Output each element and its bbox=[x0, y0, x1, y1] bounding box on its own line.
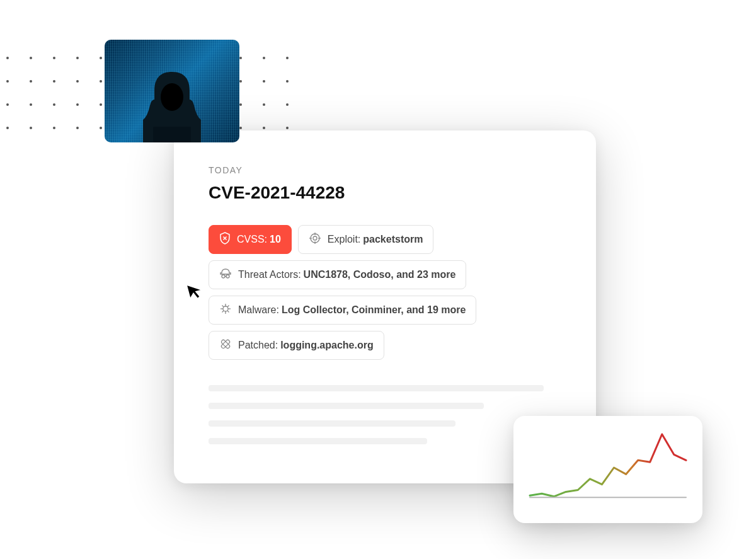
exploit-badge[interactable]: Exploit: packetstorm bbox=[298, 225, 434, 254]
shield-x-icon bbox=[219, 232, 231, 247]
malware-label: Malware: bbox=[238, 304, 279, 316]
svg-point-0 bbox=[161, 83, 183, 111]
patched-badge[interactable]: Patched: logging.apache.org bbox=[209, 331, 384, 360]
svg-point-3 bbox=[313, 236, 317, 240]
cvss-value: 10 bbox=[270, 234, 281, 245]
svg-point-9 bbox=[226, 275, 229, 278]
virus-icon bbox=[219, 303, 232, 318]
svg-line-17 bbox=[227, 311, 229, 313]
svg-line-16 bbox=[222, 306, 224, 308]
card-subheader: TODAY bbox=[209, 165, 561, 175]
svg-point-2 bbox=[311, 234, 319, 243]
svg-line-19 bbox=[222, 311, 224, 313]
target-icon bbox=[309, 232, 321, 247]
exploit-value: packetstorm bbox=[363, 234, 423, 245]
skeleton-line bbox=[209, 438, 427, 444]
skeleton-placeholder bbox=[209, 385, 561, 444]
svg-point-8 bbox=[222, 275, 225, 278]
svg-rect-1 bbox=[153, 127, 191, 142]
threat-actors-label: Threat Actors: bbox=[238, 269, 301, 280]
badges-container: CVSS: 10 Exploit: packetstorm bbox=[209, 225, 561, 360]
bandage-icon bbox=[219, 338, 232, 353]
skeleton-line bbox=[209, 403, 484, 409]
incognito-icon bbox=[219, 267, 232, 282]
cve-title: CVE-2021-44228 bbox=[209, 183, 561, 203]
hacker-silhouette-icon bbox=[128, 61, 216, 142]
threat-actors-value: UNC1878, Codoso, and 23 more bbox=[304, 269, 456, 280]
threat-actors-badge[interactable]: Threat Actors: UNC1878, Codoso, and 23 m… bbox=[209, 260, 466, 289]
threat-actor-image bbox=[105, 40, 239, 142]
malware-badge[interactable]: Malware: Log Collector, Coinminer, and 1… bbox=[209, 296, 476, 325]
cursor-pointer-icon bbox=[185, 279, 206, 301]
malware-value: Log Collector, Coinminer, and 19 more bbox=[282, 304, 466, 316]
trend-chart bbox=[526, 429, 690, 510]
skeleton-line bbox=[209, 420, 455, 427]
svg-line-18 bbox=[227, 306, 229, 308]
skeleton-line bbox=[209, 385, 544, 391]
trend-chart-card bbox=[513, 416, 702, 523]
patched-label: Patched: bbox=[238, 340, 278, 351]
svg-point-11 bbox=[223, 306, 228, 311]
cvss-badge[interactable]: CVSS: 10 bbox=[209, 225, 292, 254]
cvss-label: CVSS: bbox=[237, 234, 267, 245]
exploit-label: Exploit: bbox=[328, 234, 360, 245]
patched-value: logging.apache.org bbox=[280, 340, 374, 351]
